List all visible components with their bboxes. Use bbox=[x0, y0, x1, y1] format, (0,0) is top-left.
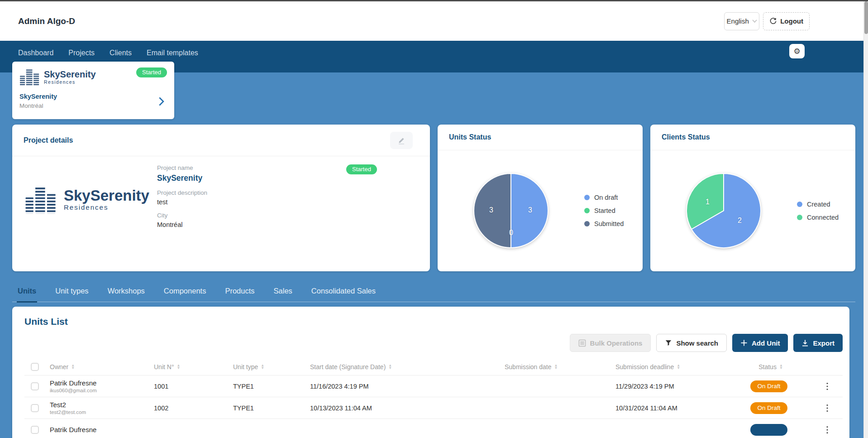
settings-gear-button[interactable]: ⚙ bbox=[789, 44, 805, 58]
tab-sales[interactable]: Sales bbox=[273, 283, 293, 302]
language-value: English bbox=[727, 17, 749, 25]
sort-icon: ▲▼ bbox=[388, 364, 392, 370]
table-row: Patrik Dufresne ikus060@gmail.com 1001 T… bbox=[24, 375, 843, 397]
column-header-submission-date[interactable]: Submission date▲▼ bbox=[501, 363, 612, 371]
unit-type-cell: TYPE1 bbox=[229, 404, 306, 412]
tab-products[interactable]: Products bbox=[224, 283, 255, 302]
logout-button[interactable]: Logout bbox=[763, 12, 810, 30]
field-label-description: Project description bbox=[157, 189, 207, 196]
add-unit-button[interactable]: Add Unit bbox=[732, 334, 788, 352]
pie-value-connected: 1 bbox=[706, 198, 710, 206]
buildings-logo-icon bbox=[24, 184, 58, 214]
project-details-card: Project details bbox=[12, 125, 430, 271]
column-header-status[interactable]: Status▲▼ bbox=[726, 363, 812, 371]
row-actions-kebab[interactable] bbox=[812, 404, 843, 412]
nav-item-projects[interactable]: Projects bbox=[68, 47, 95, 59]
table-row: Test2 test2@test.com 1002 TYPE1 10/13/20… bbox=[24, 397, 843, 419]
submission-deadline-cell: 11/29/2023 4:19 PM bbox=[612, 383, 726, 390]
buildings-logo-icon bbox=[19, 67, 40, 87]
clients-status-title: Clients Status bbox=[662, 133, 710, 141]
clients-status-pie-chart: 2 1 bbox=[678, 165, 769, 256]
select-all-checkbox[interactable] bbox=[31, 363, 39, 371]
tab-units[interactable]: Units bbox=[17, 283, 37, 303]
row-checkbox[interactable] bbox=[31, 382, 39, 390]
tab-unit-types[interactable]: Unit types bbox=[54, 283, 89, 302]
status-badge: On Draft bbox=[750, 402, 787, 414]
legend-item-on-draft[interactable]: On draft bbox=[584, 194, 624, 201]
status-badge: On Draft bbox=[750, 380, 787, 392]
download-icon bbox=[801, 339, 809, 347]
owner-email: test2@test.com bbox=[50, 409, 150, 415]
language-select[interactable]: English bbox=[724, 12, 759, 30]
section-tabs: Units Unit types Workshops Components Pr… bbox=[12, 283, 855, 302]
row-actions-kebab[interactable] bbox=[812, 382, 843, 390]
legend-dot bbox=[797, 202, 802, 207]
units-status-card: Units Status 3 3 0 On draft bbox=[438, 125, 643, 271]
nav-item-clients[interactable]: Clients bbox=[110, 47, 132, 59]
clients-status-legend: Created Connected bbox=[797, 201, 839, 221]
units-status-pie-chart: 3 3 0 bbox=[466, 165, 556, 256]
field-value-city: Montréal bbox=[157, 221, 207, 228]
edit-project-button[interactable] bbox=[390, 132, 413, 149]
units-table: Owner▲▼ Unit N°▲▼ Unit type▲▼ Start date… bbox=[24, 358, 843, 438]
pie-value-started: 0 bbox=[509, 229, 513, 237]
sort-icon: ▲▼ bbox=[677, 364, 680, 370]
legend-item-created[interactable]: Created bbox=[797, 201, 839, 208]
vertical-scrollbar[interactable] bbox=[863, 1, 868, 438]
pie-value-on-draft: 3 bbox=[528, 206, 532, 214]
column-header-unit-no[interactable]: Unit N°▲▼ bbox=[150, 363, 229, 371]
sort-icon: ▲▼ bbox=[261, 364, 264, 370]
show-search-button[interactable]: Show search bbox=[656, 334, 727, 352]
field-label-city: City bbox=[157, 212, 207, 219]
row-actions-kebab[interactable] bbox=[812, 426, 843, 434]
app-header: Admin Algo-D English Logout bbox=[0, 1, 868, 41]
scrollbar-thumb[interactable] bbox=[864, 1, 868, 34]
row-checkbox[interactable] bbox=[31, 404, 39, 412]
sort-icon: ▲▼ bbox=[554, 364, 558, 370]
project-selector-card[interactable]: SkySerenity Residences Started SkySereni… bbox=[12, 62, 174, 119]
table-row: Patrik Dufresne bbox=[24, 419, 843, 438]
legend-item-started[interactable]: Started bbox=[584, 207, 624, 214]
units-status-legend: On draft Started Submitted bbox=[584, 194, 624, 227]
owner-name: Patrik Dufresne bbox=[50, 379, 150, 387]
legend-dot bbox=[584, 195, 590, 200]
unit-no-cell: 1002 bbox=[150, 404, 229, 412]
export-button[interactable]: Export bbox=[793, 334, 843, 352]
units-list-card: Units List Bulk Operations Show search bbox=[12, 307, 849, 438]
legend-item-connected[interactable]: Connected bbox=[797, 214, 839, 221]
bulk-operations-button[interactable]: Bulk Operations bbox=[570, 334, 651, 352]
chevron-down-icon bbox=[752, 19, 757, 23]
app-title: Admin Algo-D bbox=[18, 16, 75, 26]
tab-workshops[interactable]: Workshops bbox=[107, 283, 146, 302]
project-details-title: Project details bbox=[24, 136, 73, 144]
pie-value-created: 2 bbox=[738, 217, 742, 225]
logout-label: Logout bbox=[780, 17, 803, 25]
unit-no-cell: 1001 bbox=[150, 383, 229, 390]
tab-consolidated-sales[interactable]: Consolidated Sales bbox=[310, 283, 377, 302]
row-checkbox[interactable] bbox=[31, 426, 39, 434]
sort-icon: ▲▼ bbox=[71, 364, 75, 370]
filter-funnel-icon bbox=[665, 339, 672, 347]
nav-item-email-templates[interactable]: Email templates bbox=[147, 47, 198, 59]
legend-item-submitted[interactable]: Submitted bbox=[584, 220, 624, 227]
brand-tagline: Residences bbox=[44, 79, 96, 85]
bulk-list-icon bbox=[578, 339, 586, 347]
column-header-start-date[interactable]: Start date (Signature Date)▲▼ bbox=[306, 363, 501, 371]
tab-components[interactable]: Components bbox=[163, 283, 207, 302]
logout-icon bbox=[769, 17, 777, 25]
kebab-menu-icon bbox=[826, 426, 828, 434]
sort-icon: ▲▼ bbox=[779, 364, 783, 370]
pencil-edit-icon bbox=[397, 136, 406, 145]
column-header-submission-deadline[interactable]: Submission deadline▲▼ bbox=[612, 363, 726, 371]
field-label-project-name: Project name bbox=[157, 164, 207, 171]
field-value-project-name: SkySerenity bbox=[157, 173, 207, 183]
chevron-right-icon[interactable] bbox=[157, 96, 165, 106]
unit-type-cell: TYPE1 bbox=[229, 383, 306, 390]
nav-item-dashboard[interactable]: Dashboard bbox=[18, 47, 53, 59]
status-badge: Started bbox=[136, 67, 167, 77]
column-header-unit-type[interactable]: Unit type▲▼ bbox=[229, 363, 306, 371]
field-value-description: test bbox=[157, 198, 207, 206]
submission-deadline-cell: 10/31/2024 11:04 AM bbox=[612, 404, 726, 412]
column-header-owner[interactable]: Owner▲▼ bbox=[46, 363, 150, 371]
start-date-cell: 11/16/2023 4:19 PM bbox=[306, 383, 501, 390]
